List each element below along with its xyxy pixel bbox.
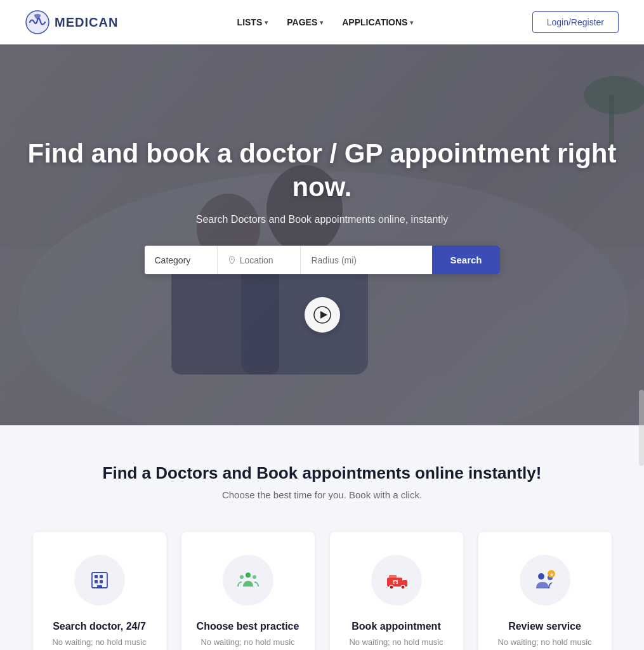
svg-point-21	[253, 575, 256, 579]
feature-card-search-doctor: Search doctor, 24/7 No waiting; no hold …	[33, 532, 166, 650]
feature-card-desc-4: No waiting; no hold music	[494, 637, 596, 647]
login-register-button[interactable]: Login/Register	[532, 11, 619, 33]
location-input[interactable]	[240, 255, 291, 265]
book-appointment-icon-wrap	[371, 555, 422, 606]
svg-point-30	[538, 573, 544, 580]
nav-links: LISTS ▾ PAGES ▾ APPLICATIONS ▾	[237, 17, 414, 27]
svg-rect-15	[100, 575, 103, 578]
svg-text:★: ★	[549, 572, 553, 578]
svg-point-10	[231, 258, 232, 260]
radius-input[interactable]	[301, 246, 432, 274]
location-icon	[228, 255, 236, 265]
choose-practice-icon-wrap	[223, 555, 273, 606]
svg-rect-18	[97, 585, 102, 588]
book-appointment-icon	[384, 567, 409, 593]
feature-card-choose-practice: Choose best practice No waiting; no hold…	[181, 532, 315, 650]
feature-card-desc-1: No waiting; no hold music	[48, 637, 151, 647]
chevron-down-icon: ▾	[410, 19, 413, 26]
features-title: Find a Doctors and Book appointments onl…	[25, 463, 619, 483]
review-service-icon: ★	[532, 567, 558, 593]
scrollbar[interactable]	[639, 390, 644, 466]
svg-rect-24	[389, 575, 397, 579]
svg-point-26	[401, 585, 405, 589]
features-subtitle: Choose the best time for you. Book with …	[25, 489, 619, 500]
feature-card-book-appointment: Book appointment No waiting; no hold mus…	[330, 532, 463, 650]
chevron-down-icon: ▾	[320, 19, 323, 26]
play-icon	[313, 306, 331, 324]
nav-item-applications[interactable]: APPLICATIONS ▾	[342, 17, 413, 27]
logo-text: MEDICAN	[55, 15, 118, 30]
search-button[interactable]: Search	[432, 246, 499, 274]
location-field-wrapper	[218, 246, 301, 274]
hero-content: Find and book a doctor / GP appointment …	[0, 137, 644, 333]
nav-item-pages[interactable]: PAGES ▾	[287, 17, 323, 27]
hero-section: Find and book a doctor / GP appointment …	[0, 44, 644, 425]
logo-icon	[25, 10, 49, 34]
category-select[interactable]: Category	[145, 246, 218, 274]
feature-card-desc-3: No waiting; no hold music	[345, 637, 448, 647]
search-doctor-icon	[87, 567, 112, 593]
svg-rect-16	[95, 580, 98, 583]
svg-point-25	[390, 585, 393, 589]
hero-subtitle: Search Doctors and Book appointments onl…	[13, 214, 631, 225]
review-service-icon-wrap: ★	[520, 555, 570, 606]
svg-rect-29	[393, 582, 397, 583]
features-section: Find a Doctors and Book appointments onl…	[0, 425, 644, 650]
svg-point-20	[240, 575, 244, 579]
nav-item-lists[interactable]: LISTS ▾	[237, 17, 268, 27]
feature-card-title-1: Search doctor, 24/7	[48, 621, 151, 632]
feature-card-review-service: ★ Review service No waiting; no hold mus…	[478, 532, 612, 650]
feature-card-desc-2: No waiting; no hold music	[197, 637, 299, 647]
feature-card-title-4: Review service	[494, 621, 596, 632]
features-grid: Search doctor, 24/7 No waiting; no hold …	[25, 532, 619, 650]
chevron-down-icon: ▾	[265, 19, 268, 26]
logo[interactable]: MEDICAN	[25, 10, 118, 34]
feature-card-title-3: Book appointment	[345, 621, 448, 632]
hero-title: Find and book a doctor / GP appointment …	[13, 137, 631, 204]
search-doctor-icon-wrap	[74, 555, 125, 606]
svg-point-19	[246, 573, 251, 578]
feature-card-title-2: Choose best practice	[197, 621, 299, 632]
svg-rect-17	[100, 580, 103, 583]
search-bar: Category Search	[145, 246, 500, 274]
choose-practice-icon	[235, 567, 261, 593]
svg-rect-14	[95, 575, 98, 578]
navbar: MEDICAN LISTS ▾ PAGES ▾ APPLICATIONS ▾ L…	[0, 0, 644, 44]
play-video-button[interactable]	[305, 297, 340, 333]
svg-marker-12	[320, 311, 327, 319]
